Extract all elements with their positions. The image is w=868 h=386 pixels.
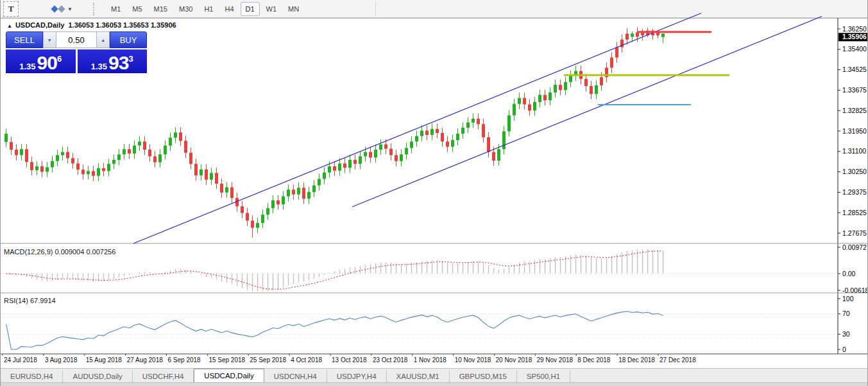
chart-tab-gbpusd-m15[interactable]: GBPUSD,M15 [450, 370, 517, 383]
collapse-arrow-icon[interactable]: ▲ [7, 23, 12, 29]
price-axis-label: 1.35400 [842, 45, 867, 53]
date-axis-label: 6 Sep 2018 [168, 356, 201, 364]
candle-body [492, 152, 495, 161]
candle-body [333, 166, 336, 171]
chart-tab-usdcad-daily[interactable]: USDCAD,Daily [194, 369, 264, 383]
date-axis-label: 27 Dec 2018 [660, 356, 696, 364]
chart-tab-usdchf-h4[interactable]: USDCHF,H4 [133, 370, 194, 383]
candle-body [25, 149, 28, 162]
date-axis-label: 4 Oct 2018 [291, 356, 322, 364]
macd-signal-line [6, 251, 663, 289]
macd-axis-label: 0.009727 [842, 243, 868, 251]
candle-body [225, 188, 228, 193]
candle-body [46, 167, 49, 171]
buy-price-display[interactable]: 1.35 93 3 [78, 49, 148, 73]
candle-body [200, 170, 203, 175]
price-axis-label: 1.32825 [842, 107, 867, 114]
candle-body [189, 153, 192, 164]
candle-body [256, 223, 259, 227]
candle-body [323, 173, 326, 179]
candle-body [143, 141, 146, 150]
rsi-line [6, 311, 663, 349]
chart-tab-xauusd-m1[interactable]: XAUUSD,M1 [387, 370, 450, 383]
candle-body [661, 33, 665, 37]
candle-body [215, 173, 218, 184]
candle-body [205, 170, 208, 180]
candle-body [271, 200, 275, 208]
candle-body [590, 86, 593, 94]
candle-body [410, 141, 413, 148]
date-axis-label: 3 Aug 2018 [45, 356, 78, 364]
candle-body [482, 124, 485, 137]
chart-tab-usdjpy-h4[interactable]: USDJPY,H4 [327, 370, 387, 383]
candle-body [564, 82, 567, 91]
candle-body [636, 33, 639, 37]
candle-body [117, 154, 121, 160]
candle-body [153, 156, 157, 162]
macd-indicator-label: MACD(12,26,9) 0.009004 0.007256 [4, 248, 115, 256]
candle-body [266, 208, 269, 215]
candle-body [600, 77, 603, 85]
chart-tab-sp500-h1[interactable]: SP500,H1 [517, 370, 570, 383]
price-axis-label: 1.31950 [842, 127, 867, 135]
candle-body [359, 156, 362, 164]
rsi-axis-label: 0 [842, 346, 846, 353]
candle-body [307, 192, 311, 198]
date-axis-label: 24 Jul 2018 [4, 356, 37, 364]
candle-body [507, 116, 511, 132]
volume-decrease-button[interactable]: ▼ [43, 31, 56, 48]
candle-body [569, 76, 572, 82]
buy-button[interactable]: BUY [110, 31, 147, 48]
candle-body [631, 33, 634, 37]
date-axis-label: 27 Aug 2018 [127, 356, 164, 364]
candle-body [538, 95, 541, 102]
sell-price-big: 90 [37, 55, 57, 71]
chart-tabbar: EURUSD,H4AUDUSD,DailyUSDCHF,H4USDCAD,Dai… [1, 368, 867, 383]
candle-body [461, 128, 464, 134]
candle-body [343, 164, 346, 168]
sell-price-display[interactable]: 1.35 90 6 [6, 49, 76, 73]
candle-body [430, 129, 434, 135]
candle-body [35, 166, 38, 170]
candle-body [76, 164, 80, 170]
price-axis-label: 1.31100 [842, 147, 866, 155]
candle-body [328, 166, 331, 173]
date-axis-label: 1 Nov 2018 [414, 356, 447, 364]
current-price-value: 1.35906 [842, 33, 867, 40]
candle-body [302, 188, 305, 198]
price-axis-label: 1.36250 [842, 25, 867, 33]
channel-upper-trendline[interactable] [133, 13, 701, 244]
candle-body [389, 149, 393, 155]
volume-input[interactable]: 0.50 [56, 31, 97, 48]
channel-lower-trendline[interactable] [352, 17, 822, 207]
candle-body [4, 134, 8, 142]
candle-body [523, 98, 526, 105]
chart-tab-eurusd-h4[interactable]: EURUSD,H4 [1, 370, 63, 383]
candle-body [584, 79, 588, 86]
sell-button[interactable]: SELL [6, 31, 43, 48]
candle-body [282, 197, 285, 205]
date-axis-label: 29 Nov 2018 [536, 356, 573, 364]
candle-body [71, 158, 74, 163]
candle-body [261, 215, 264, 223]
chart-tab-audusd-daily[interactable]: AUDUSD,Daily [63, 370, 132, 383]
candle-body [451, 140, 454, 146]
chart-tab-usdcnh-h4[interactable]: USDCNH,H4 [264, 370, 327, 383]
candle-body [112, 160, 115, 164]
date-axis-label: 23 Oct 2018 [373, 356, 408, 364]
candle-body [610, 57, 613, 67]
chart-title: ▲USDCAD,Daily 1.36053 1.36053 1.35653 1.… [7, 21, 176, 29]
chart-ohlc-values: 1.36053 1.36053 1.35653 1.35906 [68, 21, 176, 29]
candle-body [374, 150, 377, 157]
candle-body [133, 146, 136, 154]
candle-body [559, 85, 562, 90]
price-axis-label: 1.28525 [842, 209, 867, 216]
candle-body [441, 133, 444, 141]
volume-increase-button[interactable]: ▲ [96, 31, 110, 48]
candle-body [128, 149, 131, 154]
candle-body [318, 179, 321, 186]
candle-body [148, 150, 151, 156]
candle-body [477, 119, 480, 125]
buy-price-sup: 3 [128, 56, 133, 62]
rsi-axis-label: 30 [842, 330, 850, 338]
